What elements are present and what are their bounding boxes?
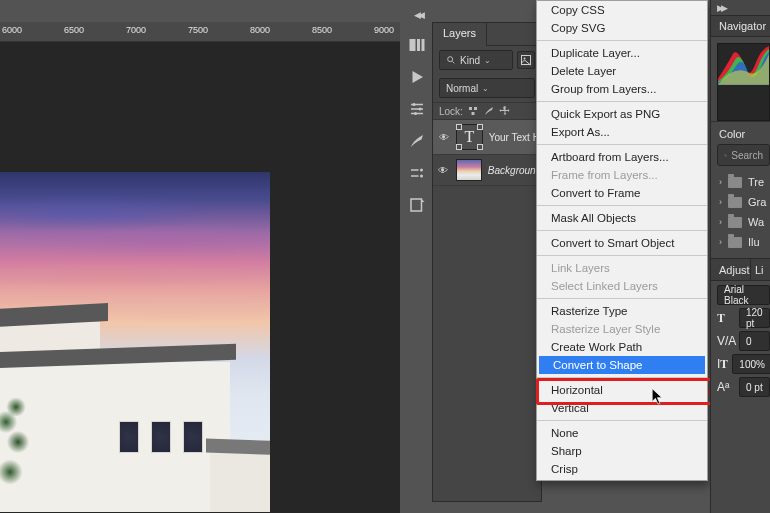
layer-context-menu: Copy CSS Copy SVG Duplicate Layer... Del… [536,0,708,481]
svg-rect-13 [474,107,477,110]
note-icon[interactable] [408,196,426,214]
play-icon[interactable] [408,68,426,86]
layer-name[interactable]: Your Text H [489,132,537,143]
baseline-shift-icon: Aª [717,380,735,394]
menu-quick-export-png[interactable]: Quick Export as PNG [537,105,707,123]
ruler-tick: 7500 [188,25,208,35]
menu-vertical[interactable]: Vertical [537,399,707,417]
menu-rasterize-type[interactable]: Rasterize Type [537,302,707,320]
svg-rect-0 [410,39,416,51]
menu-create-work-path[interactable]: Create Work Path [537,338,707,356]
menu-copy-css[interactable]: Copy CSS [537,1,707,19]
swatch-search-input[interactable]: Search [717,144,770,166]
baseline-field[interactable]: Aª 0 pt [711,374,770,397]
vertical-scale-icon: I𝐓 [717,357,728,371]
search-icon [446,55,456,65]
menu-convert-to-frame[interactable]: Convert to Frame [537,184,707,202]
menu-link-layers: Link Layers [537,259,707,277]
menu-delete-layer[interactable]: Delete Layer [537,62,707,80]
panel-collapse-icon[interactable]: ▶▶ [711,0,770,15]
chevron-right-icon: › [719,177,722,187]
swatch-folder[interactable]: ›Wa [711,212,770,232]
kerning-field[interactable]: V/A 0 [711,328,770,351]
font-size-field[interactable]: 𝐓 120 pt [711,305,770,328]
scale-field[interactable]: I𝐓 100% [711,351,770,374]
move-lock-icon[interactable] [499,105,511,117]
kerning-value: 0 [746,336,752,347]
blend-mode-select[interactable]: Normal ⌄ [439,78,535,98]
chevron-down-icon: ⌄ [484,56,491,65]
menu-convert-to-shape[interactable]: Convert to Shape [539,356,705,374]
svg-rect-14 [471,112,474,115]
ruler-tick: 6000 [2,25,22,35]
tab-layers[interactable]: Layers [433,23,487,45]
menu-artboard-from-layers[interactable]: Artboard from Layers... [537,148,707,166]
brush-icon[interactable] [408,132,426,150]
icon-panel-strip [404,28,430,214]
search-placeholder: Search [731,150,763,161]
menu-aa-none[interactable]: None [537,424,707,442]
svg-point-5 [414,112,417,115]
brush-icon[interactable] [483,105,495,117]
svg-point-4 [419,108,422,111]
folder-label: Tre [748,176,764,188]
swatch-folder[interactable]: ›Tre [711,172,770,192]
kerning-icon: V/A [717,334,735,348]
svg-point-11 [524,58,526,60]
sliders-icon[interactable] [408,100,426,118]
font-size-icon: 𝐓 [717,311,735,325]
layer-thumb-type: T [456,124,483,150]
menu-aa-sharp[interactable]: Sharp [537,442,707,460]
menu-group-from-layers[interactable]: Group from Layers... [537,80,707,98]
folder-icon [728,177,742,188]
ruler-tick: 8500 [312,25,332,35]
chevron-down-icon: ⌄ [482,84,489,93]
swatch-folder[interactable]: ›Gra [711,192,770,212]
search-icon [724,150,727,161]
font-family-select[interactable]: Arial Black [717,285,770,305]
svg-point-15 [725,154,727,156]
tab-color[interactable]: Color [711,121,770,144]
menu-copy-svg[interactable]: Copy SVG [537,19,707,37]
baseline-value: 0 pt [746,382,763,393]
canvas-background [0,42,400,513]
layer-row-background[interactable]: 👁 Background [433,155,541,186]
lock-row: Lock: [433,102,541,120]
menu-duplicate-layer[interactable]: Duplicate Layer... [537,44,707,62]
visibility-icon[interactable]: 👁 [437,132,450,143]
svg-rect-1 [417,39,420,51]
menu-convert-smart-object[interactable]: Convert to Smart Object [537,234,707,252]
right-panel-column: ▶▶ Navigator Color Search ›Tre ›Gra ›Wa … [710,0,770,513]
photo-house-bg [210,452,270,512]
tab-navigator[interactable]: Navigator [711,15,770,37]
svg-point-3 [413,103,416,106]
folder-icon [728,197,742,208]
tab-libraries[interactable]: Li [750,259,770,281]
chevron-right-icon: › [719,197,722,207]
folder-icon [728,237,742,248]
visibility-icon[interactable]: 👁 [437,165,450,176]
filter-pixel-icon[interactable] [517,51,535,69]
panel-collapse-icon[interactable]: ◀◀ [414,10,422,20]
menu-mask-all-objects[interactable]: Mask All Objects [537,209,707,227]
layers-panel: Layers Kind ⌄ Normal ⌄ Lock: 👁 T Your Te… [432,22,542,502]
adjust-icon[interactable] [408,164,426,182]
menu-aa-crisp[interactable]: Crisp [537,460,707,478]
font-size-value: 120 pt [746,307,763,329]
layer-row-text[interactable]: 👁 T Your Text H [433,120,541,155]
layer-filter-kind[interactable]: Kind ⌄ [439,50,513,70]
canvas-image[interactable] [0,172,270,512]
ruler-tick: 8000 [250,25,270,35]
menu-export-as[interactable]: Export As... [537,123,707,141]
panel-icon[interactable] [408,36,426,54]
ruler-tick: 9000 [374,25,394,35]
ruler-tick: 6500 [64,25,84,35]
svg-point-6 [420,169,423,172]
swatch-folder[interactable]: ›Ilu [711,232,770,252]
tab-adjustments[interactable]: Adjust [711,259,750,281]
folder-label: Gra [748,196,766,208]
svg-point-7 [420,175,423,178]
menu-horizontal[interactable]: Horizontal [537,381,707,399]
layer-name[interactable]: Background [488,165,537,176]
lock-transparency-icon[interactable] [467,105,479,117]
